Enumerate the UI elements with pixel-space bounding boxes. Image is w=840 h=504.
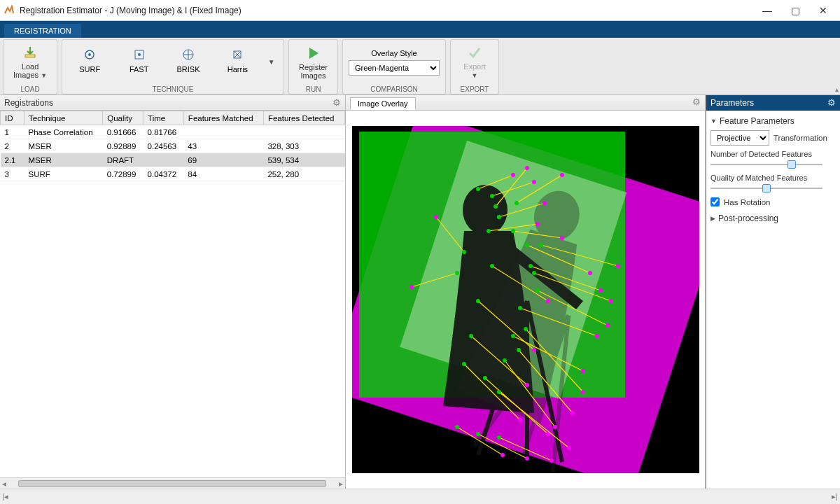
table-row[interactable]: 2.1MSERDRAFT69539, 534 [1, 153, 345, 167]
svg-point-56 [609, 299, 613, 303]
play-icon [305, 45, 322, 62]
svg-point-43 [483, 376, 487, 380]
triangle-right-icon: ▶ [710, 215, 715, 222]
registrations-table: IDTechniqueQualityTimeFeatures MatchedFe… [0, 111, 345, 181]
svg-point-2 [88, 53, 91, 56]
load-icon [22, 44, 38, 61]
status-strip: |◂ ▸| [0, 489, 840, 504]
svg-point-40 [462, 362, 466, 366]
svg-point-34 [476, 299, 480, 303]
table-row[interactable]: 2MSER0.928890.2456343328, 303 [1, 139, 345, 153]
svg-point-89 [500, 453, 505, 457]
svg-point-26 [560, 236, 564, 240]
close-button[interactable]: ✕ [809, 1, 837, 20]
parameters-panel: Parameters ⚙ ▼ Feature Parameters Projec… [706, 95, 840, 489]
group-run: Register Images RUN [288, 39, 338, 94]
scroll-left-icon[interactable]: |◂ [0, 492, 11, 501]
has-rotation-checkbox[interactable]: Has Rotation [710, 197, 836, 206]
table-row[interactable]: 1Phase Correlation0.916660.81766 [1, 125, 345, 139]
technique-brisk[interactable]: BRISK [168, 43, 209, 82]
svg-point-28 [525, 243, 529, 247]
svg-point-85 [536, 288, 540, 293]
horizontal-scrollbar[interactable]: ◂ ▸ [0, 477, 345, 489]
scroll-right-icon[interactable]: ▸| [829, 492, 840, 501]
svg-point-37 [469, 334, 473, 338]
group-comparison: Overlay Style Green-Magenta COMPARISON [342, 39, 446, 94]
svg-point-49 [511, 334, 515, 338]
svg-point-29 [588, 271, 592, 275]
col-technique[interactable]: Technique [24, 111, 103, 125]
svg-point-91 [476, 432, 480, 436]
matched-quality-label: Quality of Matched Features [710, 174, 836, 182]
svg-point-67 [493, 204, 498, 209]
fast-icon [132, 47, 147, 62]
gear-icon[interactable]: ⚙ [692, 97, 701, 107]
group-export: Export▼ EXPORT [450, 39, 499, 94]
svg-point-88 [455, 425, 459, 429]
register-images-button[interactable]: Register Images [295, 43, 332, 82]
svg-point-13 [476, 187, 480, 191]
overlay-style-select[interactable]: Green-Magenta [349, 60, 440, 76]
brisk-icon [181, 47, 196, 62]
svg-point-83 [598, 288, 603, 293]
group-technique: SURF FAST BRISK Harris ▼ TECHNIQUE [62, 39, 284, 94]
svg-point-50 [581, 369, 585, 373]
svg-point-62 [410, 285, 414, 289]
svg-point-32 [546, 299, 550, 303]
svg-point-41 [518, 418, 522, 422]
technique-fast[interactable]: FAST [119, 43, 160, 82]
table-row[interactable]: 3SURF0.728990.0437284252, 280 [1, 167, 345, 181]
matched-quality-slider[interactable] [710, 183, 822, 193]
svg-rect-0 [25, 55, 35, 57]
technique-more-button[interactable]: ▼ [267, 43, 276, 82]
section-post-processing[interactable]: ▶ Post-processing [710, 214, 836, 223]
svg-point-73 [524, 327, 528, 331]
tab-image-overlay[interactable]: Image Overlay [350, 97, 416, 110]
svg-point-47 [567, 446, 571, 450]
collapse-ribbon-icon[interactable]: ▴ [835, 85, 839, 93]
svg-point-20 [542, 201, 547, 205]
svg-point-4 [138, 53, 141, 56]
parameters-title: Parameters [710, 98, 754, 108]
detected-features-label: Number of Detected Features [710, 150, 836, 158]
svg-point-25 [511, 229, 515, 233]
col-features-detected[interactable]: Features Detected [263, 111, 344, 125]
tab-registration[interactable]: REGISTRATION [4, 24, 81, 38]
transformation-select[interactable]: Projective [710, 130, 769, 146]
ribbon-tab-row: REGISTRATION [0, 21, 840, 38]
chevron-down-icon: ▼ [41, 72, 47, 79]
overlay-image [352, 126, 699, 473]
export-button[interactable]: Export▼ [456, 43, 493, 82]
svg-point-74 [581, 390, 585, 394]
svg-point-65 [434, 215, 438, 219]
svg-point-70 [514, 201, 519, 205]
gear-icon[interactable]: ⚙ [332, 97, 341, 108]
col-id[interactable]: ID [1, 111, 24, 125]
detected-features-slider[interactable] [710, 160, 822, 169]
col-features-matched[interactable]: Features Matched [183, 111, 263, 125]
registrations-panel: Registrations ⚙ IDTechniqueQualityTimeFe… [0, 95, 346, 489]
svg-point-92 [525, 456, 529, 461]
svg-point-55 [532, 271, 536, 275]
svg-point-31 [490, 264, 494, 268]
col-time[interactable]: Time [144, 111, 184, 125]
section-feature-parameters[interactable]: ▼ Feature Parameters [710, 116, 836, 126]
triangle-down-icon: ▼ [710, 118, 717, 125]
load-images-button[interactable]: Load Images ▼ [9, 43, 51, 82]
svg-point-46 [497, 390, 501, 394]
svg-point-23 [536, 222, 540, 226]
svg-point-71 [560, 173, 564, 177]
maximize-button[interactable]: ▢ [781, 1, 809, 20]
image-overlay-panel: Image Overlay ⚙ [346, 95, 706, 489]
svg-point-82 [528, 264, 533, 268]
svg-point-61 [455, 271, 459, 275]
svg-point-79 [503, 358, 507, 363]
svg-point-58 [539, 243, 543, 247]
svg-point-22 [486, 229, 491, 233]
minimize-button[interactable]: — [753, 1, 781, 20]
svg-point-38 [525, 383, 529, 387]
col-quality[interactable]: Quality [103, 111, 144, 125]
technique-harris[interactable]: Harris [217, 43, 258, 82]
technique-surf[interactable]: SURF [69, 43, 110, 82]
gear-icon[interactable]: ⚙ [827, 97, 836, 108]
